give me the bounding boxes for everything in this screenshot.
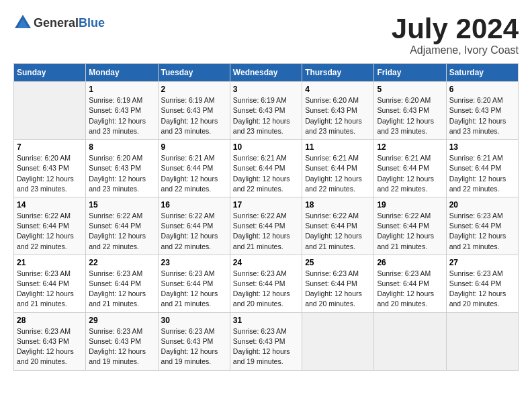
logo-text-general: General [34, 16, 79, 30]
day-number: 21 [17, 258, 83, 267]
day-info: Sunrise: 6:22 AM Sunset: 6:44 PM Dayligh… [377, 211, 443, 252]
calendar-table: SundayMondayTuesdayWednesdayThursdayFrid… [13, 63, 519, 370]
week-row-5: 28Sunrise: 6:23 AM Sunset: 6:43 PM Dayli… [14, 312, 519, 370]
calendar-cell: 19Sunrise: 6:22 AM Sunset: 6:44 PM Dayli… [374, 197, 446, 255]
calendar-cell: 30Sunrise: 6:23 AM Sunset: 6:43 PM Dayli… [158, 312, 230, 370]
day-number: 25 [305, 258, 371, 267]
day-number: 8 [89, 142, 154, 152]
day-info: Sunrise: 6:22 AM Sunset: 6:44 PM Dayligh… [17, 211, 83, 252]
day-info: Sunrise: 6:23 AM Sunset: 6:44 PM Dayligh… [449, 269, 515, 310]
logo-text-blue: Blue [79, 16, 105, 30]
calendar-cell: 29Sunrise: 6:23 AM Sunset: 6:43 PM Dayli… [86, 312, 158, 370]
month-title: July 2024 [392, 13, 519, 44]
calendar-cell: 2Sunrise: 6:19 AM Sunset: 6:43 PM Daylig… [158, 82, 230, 140]
day-info: Sunrise: 6:23 AM Sunset: 6:44 PM Dayligh… [161, 269, 227, 310]
day-info: Sunrise: 6:19 AM Sunset: 6:43 PM Dayligh… [233, 95, 299, 136]
header-day-friday: Friday [374, 64, 446, 82]
day-number: 16 [161, 200, 227, 210]
calendar-cell [302, 312, 374, 370]
day-number: 23 [161, 258, 227, 267]
day-info: Sunrise: 6:23 AM Sunset: 6:43 PM Dayligh… [17, 326, 83, 367]
day-info: Sunrise: 6:23 AM Sunset: 6:44 PM Dayligh… [233, 269, 299, 310]
page-header: GeneralBlue July 2024 Adjamene, Ivory Co… [13, 13, 519, 56]
calendar-cell: 24Sunrise: 6:23 AM Sunset: 6:44 PM Dayli… [230, 255, 302, 312]
header-day-thursday: Thursday [302, 64, 374, 82]
day-number: 27 [449, 258, 515, 267]
calendar-cell: 3Sunrise: 6:19 AM Sunset: 6:43 PM Daylig… [230, 82, 302, 140]
day-number: 3 [233, 85, 299, 94]
day-info: Sunrise: 6:20 AM Sunset: 6:43 PM Dayligh… [89, 153, 154, 194]
day-number: 28 [17, 316, 83, 325]
header-day-tuesday: Tuesday [158, 64, 230, 82]
calendar-cell: 31Sunrise: 6:23 AM Sunset: 6:43 PM Dayli… [230, 312, 302, 370]
day-info: Sunrise: 6:23 AM Sunset: 6:44 PM Dayligh… [89, 269, 154, 310]
day-info: Sunrise: 6:21 AM Sunset: 6:44 PM Dayligh… [161, 153, 227, 194]
day-number: 6 [449, 85, 515, 94]
day-info: Sunrise: 6:23 AM Sunset: 6:43 PM Dayligh… [89, 326, 154, 367]
day-number: 10 [233, 142, 299, 152]
calendar-cell: 6Sunrise: 6:20 AM Sunset: 6:43 PM Daylig… [446, 82, 518, 140]
day-number: 7 [17, 142, 83, 152]
day-number: 15 [89, 200, 154, 210]
day-info: Sunrise: 6:19 AM Sunset: 6:43 PM Dayligh… [89, 95, 154, 136]
calendar-cell: 20Sunrise: 6:23 AM Sunset: 6:44 PM Dayli… [446, 197, 518, 255]
calendar-cell: 26Sunrise: 6:23 AM Sunset: 6:44 PM Dayli… [374, 255, 446, 312]
calendar-cell [374, 312, 446, 370]
day-number: 13 [449, 142, 515, 152]
week-row-2: 7Sunrise: 6:20 AM Sunset: 6:43 PM Daylig… [14, 140, 519, 197]
calendar-cell: 18Sunrise: 6:22 AM Sunset: 6:44 PM Dayli… [302, 197, 374, 255]
header-day-monday: Monday [86, 64, 158, 82]
logo: GeneralBlue [13, 13, 105, 32]
calendar-header: SundayMondayTuesdayWednesdayThursdayFrid… [14, 64, 519, 82]
calendar-cell: 16Sunrise: 6:22 AM Sunset: 6:44 PM Dayli… [158, 197, 230, 255]
day-number: 20 [449, 200, 515, 210]
calendar-cell: 9Sunrise: 6:21 AM Sunset: 6:44 PM Daylig… [158, 140, 230, 197]
header-row: SundayMondayTuesdayWednesdayThursdayFrid… [14, 64, 519, 82]
location-title: Adjamene, Ivory Coast [392, 44, 519, 56]
day-info: Sunrise: 6:20 AM Sunset: 6:43 PM Dayligh… [377, 95, 443, 136]
day-number: 29 [89, 316, 154, 325]
day-number: 26 [377, 258, 443, 267]
day-info: Sunrise: 6:23 AM Sunset: 6:43 PM Dayligh… [161, 326, 227, 367]
calendar-cell: 23Sunrise: 6:23 AM Sunset: 6:44 PM Dayli… [158, 255, 230, 312]
calendar-cell: 27Sunrise: 6:23 AM Sunset: 6:44 PM Dayli… [446, 255, 518, 312]
day-number: 17 [233, 200, 299, 210]
calendar-cell [14, 82, 86, 140]
day-number: 18 [305, 200, 371, 210]
day-number: 9 [161, 142, 227, 152]
day-info: Sunrise: 6:22 AM Sunset: 6:44 PM Dayligh… [89, 211, 154, 252]
day-info: Sunrise: 6:22 AM Sunset: 6:44 PM Dayligh… [305, 211, 371, 252]
day-info: Sunrise: 6:20 AM Sunset: 6:43 PM Dayligh… [305, 95, 371, 136]
logo-icon [13, 13, 32, 32]
header-day-sunday: Sunday [14, 64, 86, 82]
day-info: Sunrise: 6:21 AM Sunset: 6:44 PM Dayligh… [449, 153, 515, 194]
day-info: Sunrise: 6:21 AM Sunset: 6:44 PM Dayligh… [377, 153, 443, 194]
week-row-3: 14Sunrise: 6:22 AM Sunset: 6:44 PM Dayli… [14, 197, 519, 255]
title-area: July 2024 Adjamene, Ivory Coast [392, 13, 519, 56]
day-info: Sunrise: 6:22 AM Sunset: 6:44 PM Dayligh… [161, 211, 227, 252]
day-number: 30 [161, 316, 227, 325]
day-info: Sunrise: 6:23 AM Sunset: 6:43 PM Dayligh… [233, 326, 299, 367]
day-info: Sunrise: 6:21 AM Sunset: 6:44 PM Dayligh… [305, 153, 371, 194]
calendar-cell: 28Sunrise: 6:23 AM Sunset: 6:43 PM Dayli… [14, 312, 86, 370]
day-number: 1 [89, 85, 154, 94]
calendar-cell: 12Sunrise: 6:21 AM Sunset: 6:44 PM Dayli… [374, 140, 446, 197]
calendar-cell: 17Sunrise: 6:22 AM Sunset: 6:44 PM Dayli… [230, 197, 302, 255]
day-info: Sunrise: 6:21 AM Sunset: 6:44 PM Dayligh… [233, 153, 299, 194]
day-number: 5 [377, 85, 443, 94]
day-info: Sunrise: 6:20 AM Sunset: 6:43 PM Dayligh… [17, 153, 83, 194]
day-number: 4 [305, 85, 371, 94]
calendar-cell: 5Sunrise: 6:20 AM Sunset: 6:43 PM Daylig… [374, 82, 446, 140]
week-row-4: 21Sunrise: 6:23 AM Sunset: 6:44 PM Dayli… [14, 255, 519, 312]
calendar-cell: 8Sunrise: 6:20 AM Sunset: 6:43 PM Daylig… [86, 140, 158, 197]
day-info: Sunrise: 6:23 AM Sunset: 6:44 PM Dayligh… [449, 211, 515, 252]
day-number: 31 [233, 316, 299, 325]
day-number: 11 [305, 142, 371, 152]
calendar-cell: 1Sunrise: 6:19 AM Sunset: 6:43 PM Daylig… [86, 82, 158, 140]
calendar-cell: 13Sunrise: 6:21 AM Sunset: 6:44 PM Dayli… [446, 140, 518, 197]
calendar-cell: 4Sunrise: 6:20 AM Sunset: 6:43 PM Daylig… [302, 82, 374, 140]
day-info: Sunrise: 6:20 AM Sunset: 6:43 PM Dayligh… [449, 95, 515, 136]
calendar-cell: 15Sunrise: 6:22 AM Sunset: 6:44 PM Dayli… [86, 197, 158, 255]
day-number: 14 [17, 200, 83, 210]
calendar-cell: 7Sunrise: 6:20 AM Sunset: 6:43 PM Daylig… [14, 140, 86, 197]
